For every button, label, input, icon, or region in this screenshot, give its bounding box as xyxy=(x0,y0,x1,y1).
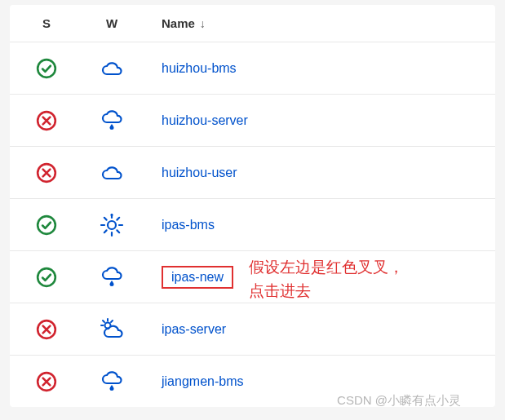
weather-rain-icon xyxy=(83,370,140,393)
weather-partly-icon xyxy=(83,318,140,341)
status-error-icon xyxy=(10,162,83,183)
svg-point-0 xyxy=(38,60,55,77)
status-success-icon xyxy=(10,267,83,288)
weather-cloud-icon xyxy=(83,59,140,78)
svg-line-9 xyxy=(104,217,107,219)
svg-point-14 xyxy=(38,268,55,286)
job-link[interactable]: ipas-server xyxy=(162,322,226,336)
annotation-text: 假设左边是红色叉叉， 点击进去 xyxy=(249,256,404,303)
svg-line-11 xyxy=(104,230,107,232)
table-row: huizhou-user xyxy=(10,146,495,198)
header-name-label: Name xyxy=(162,16,195,30)
svg-line-12 xyxy=(117,217,119,219)
header-weather[interactable]: W xyxy=(83,16,140,30)
status-success-icon xyxy=(10,214,83,236)
table-row: ipas-server xyxy=(10,303,495,355)
watermark: CSDN @小瞵有点小灵 xyxy=(337,393,461,409)
svg-line-19 xyxy=(103,321,104,322)
name-cell: ipas-server xyxy=(140,322,495,337)
annotation-line1: 假设左边是红色叉叉， xyxy=(249,256,404,280)
header-status[interactable]: S xyxy=(10,16,83,30)
weather-sun-icon xyxy=(83,213,140,237)
status-success-icon xyxy=(10,58,83,79)
job-link[interactable]: huizhou-server xyxy=(162,113,248,127)
svg-point-3 xyxy=(38,216,55,234)
table-row: huizhou-bms xyxy=(10,42,495,94)
status-error-icon xyxy=(10,110,83,131)
weather-rain-icon xyxy=(83,266,140,289)
weather-rain-icon xyxy=(83,109,140,132)
weather-cloud-icon xyxy=(83,163,140,183)
name-cell: huizhou-user xyxy=(140,166,495,180)
build-table: S W Name ↓ huizhou-bms huizhou-server hu… xyxy=(10,5,495,407)
status-error-icon xyxy=(10,319,83,340)
svg-line-20 xyxy=(111,321,113,322)
annotation-line2: 点击进去 xyxy=(249,280,404,303)
sort-down-icon: ↓ xyxy=(200,17,206,30)
table-row: ipas-bms xyxy=(10,198,495,250)
table-header: S W Name ↓ xyxy=(10,5,495,42)
svg-point-13 xyxy=(110,213,113,215)
name-cell: jiangmen-bms xyxy=(140,374,495,389)
job-link[interactable]: ipas-new xyxy=(162,266,233,289)
svg-point-4 xyxy=(108,221,116,229)
header-name[interactable]: Name ↓ xyxy=(140,16,495,30)
status-error-icon xyxy=(10,371,83,392)
svg-line-10 xyxy=(117,230,119,232)
job-link[interactable]: ipas-bms xyxy=(162,218,215,232)
job-link[interactable]: jiangmen-bms xyxy=(162,374,243,388)
name-cell: huizhou-server xyxy=(140,113,495,128)
job-link[interactable]: huizhou-bms xyxy=(162,61,237,75)
name-cell: ipas-bms xyxy=(140,218,495,232)
job-link[interactable]: huizhou-user xyxy=(162,166,237,179)
table-row: huizhou-server xyxy=(10,94,495,146)
name-cell: huizhou-bms xyxy=(140,61,495,76)
